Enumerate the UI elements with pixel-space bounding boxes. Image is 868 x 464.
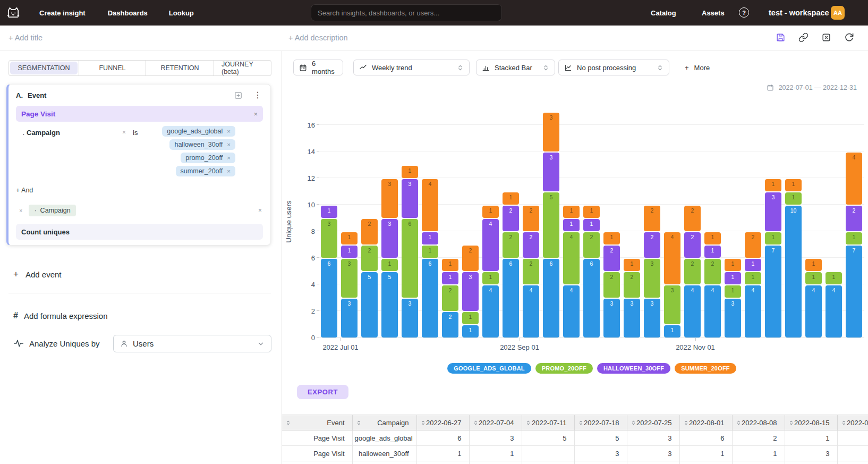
bar-segment-promo_20off[interactable]: 3 (644, 259, 660, 298)
clear-icon[interactable] (821, 32, 831, 43)
sort-icon[interactable] (420, 420, 426, 426)
bar-segment-halloween_30off[interactable]: 1 (745, 259, 761, 271)
column-header[interactable]: 2022-08-15 (785, 415, 837, 431)
filter-property[interactable]: Campaign (27, 129, 60, 137)
sort-icon[interactable] (683, 420, 689, 426)
event-menu-icon[interactable]: ⋮ (253, 91, 262, 99)
search-input[interactable] (311, 4, 502, 21)
bar-segment-summer_20off[interactable]: 1 (603, 232, 620, 244)
bar-segment-halloween_30off[interactable]: 2 (503, 206, 519, 231)
bar-segment-google_ads_global[interactable]: 1 (462, 325, 479, 338)
bar-segment-google_ads_global[interactable]: 3 (402, 299, 418, 338)
bar-segment-summer_20off[interactable]: 1 (583, 206, 600, 218)
save-icon[interactable] (776, 32, 786, 43)
bar-segment-halloween_30off[interactable]: 3 (402, 179, 418, 218)
bar-segment-google_ads_global[interactable]: 4 (805, 285, 822, 338)
date-range-button[interactable]: 6 months (293, 60, 343, 75)
bar-segment-promo_20off[interactable]: 1 (846, 232, 862, 244)
nav-create-insight[interactable]: Create insight (39, 9, 86, 17)
remove-event-icon[interactable]: × (253, 110, 258, 118)
bar-segment-halloween_30off[interactable]: 1 (442, 272, 458, 284)
column-header[interactable]: 2022-08-08 (732, 415, 785, 431)
filter-value-tag[interactable]: promo_20off× (181, 153, 235, 163)
bar-segment-promo_20off[interactable]: 1 (785, 192, 802, 205)
sort-icon[interactable] (736, 420, 742, 426)
bar-segment-promo_20off[interactable]: 2 (523, 259, 539, 284)
bar-segment-halloween_30off[interactable]: 1 (725, 272, 741, 284)
legend-item-halloween_30off[interactable]: HALLOWEEN_30OFF (597, 363, 670, 374)
bar-segment-summer_20off[interactable]: 2 (462, 246, 479, 271)
bar-segment-promo_20off[interactable]: 1 (381, 259, 398, 271)
legend-item-promo_20off[interactable]: PROMO_20OFF (535, 363, 593, 374)
bar-segment-promo_20off[interactable]: 1 (745, 272, 761, 284)
bar-segment-promo_20off[interactable]: 1 (482, 272, 499, 284)
copy-link-icon[interactable] (798, 32, 809, 43)
nav-assets[interactable]: Assets (702, 9, 725, 17)
remove-breakdown-icon[interactable]: × (19, 207, 22, 214)
bar-segment-promo_20off[interactable]: 2 (704, 259, 721, 284)
trend-select[interactable]: Weekly trend (353, 60, 470, 75)
remove-value-icon[interactable]: × (227, 141, 231, 148)
bar-segment-halloween_30off[interactable]: 2 (523, 232, 539, 258)
breakdown-property-tag[interactable]: · Campaign (29, 205, 75, 216)
bar-segment-google_ads_global[interactable]: 10 (785, 206, 802, 338)
bar-segment-google_ads_global[interactable]: 2 (442, 312, 458, 338)
bar-segment-promo_20off[interactable]: 2 (583, 232, 600, 258)
bar-segment-summer_20off[interactable]: 1 (563, 206, 580, 218)
tab-journey[interactable]: JOURNEY (beta) (214, 61, 271, 75)
bar-segment-summer_20off[interactable]: 1 (341, 232, 358, 244)
filter-value-tag[interactable]: summer_20off× (176, 166, 235, 176)
bar-segment-promo_20off[interactable]: 1 (462, 312, 479, 324)
bar-segment-google_ads_global[interactable]: 6 (422, 259, 438, 338)
add-event-button[interactable]: + Add event (13, 269, 62, 280)
bar-segment-promo_20off[interactable]: 2 (624, 272, 640, 298)
clear-breakdown-icon[interactable]: × (258, 207, 262, 214)
bar-segment-google_ads_global[interactable]: 4 (523, 285, 539, 338)
bar-segment-google_ads_global[interactable]: 6 (503, 259, 519, 338)
bar-segment-halloween_30off[interactable]: 1 (422, 232, 438, 244)
bar-segment-halloween_30off[interactable]: 1 (321, 206, 337, 218)
bar-segment-google_ads_global[interactable]: 3 (725, 299, 741, 338)
bar-segment-halloween_30off[interactable]: 3 (462, 272, 479, 311)
column-header[interactable]: 2022-07-04 (469, 415, 522, 431)
legend-item-google_ads_global[interactable]: GOOGLE_ADS_GLOBAL (447, 363, 531, 374)
column-header[interactable]: 2022-07-25 (627, 415, 679, 431)
refresh-icon[interactable] (844, 32, 854, 43)
cat-logo-icon[interactable] (6, 6, 20, 20)
bar-segment-summer_20off[interactable]: 2 (644, 206, 660, 231)
sort-icon[interactable] (285, 420, 291, 426)
column-header[interactable]: 2022-08-01 (679, 415, 732, 431)
column-header[interactable]: Event (282, 415, 352, 431)
tab-segmentation[interactable]: SEGMENTATION (9, 61, 79, 75)
bar-segment-google_ads_global[interactable]: 4 (826, 285, 842, 338)
bar-segment-google_ads_global[interactable]: 7 (765, 246, 781, 338)
bar-segment-summer_20off[interactable]: 3 (543, 113, 559, 151)
bar-segment-promo_20off[interactable]: 4 (563, 232, 580, 284)
bar-segment-google_ads_global[interactable]: 3 (624, 299, 640, 338)
column-header[interactable]: Campaign (352, 415, 416, 431)
bar-segment-google_ads_global[interactable]: 4 (482, 285, 499, 338)
bar-segment-promo_20off[interactable]: 1 (805, 272, 822, 284)
bar-segment-summer_20off[interactable]: 1 (503, 192, 519, 205)
bar-segment-summer_20off[interactable]: 2 (745, 232, 761, 258)
bar-segment-promo_20off[interactable]: 1 (765, 232, 781, 244)
remove-value-icon[interactable]: × (227, 155, 231, 161)
bar-segment-promo_20off[interactable]: 2 (442, 285, 458, 311)
bar-segment-summer_20off[interactable]: 2 (523, 206, 539, 231)
bar-segment-halloween_30off[interactable]: 3 (543, 153, 559, 191)
export-button[interactable]: EXPORT (297, 385, 348, 399)
filter-value-tag[interactable]: google_ads_global× (162, 126, 235, 137)
column-header[interactable]: 2022-07-11 (522, 415, 574, 431)
avatar[interactable]: AA (831, 6, 845, 20)
post-processing-select[interactable]: No post processing (558, 60, 669, 75)
sort-icon[interactable] (578, 420, 584, 426)
legend-item-summer_20off[interactable]: SUMMER_20OFF (675, 363, 736, 374)
help-icon[interactable]: ? (739, 7, 749, 18)
remove-value-icon[interactable]: × (227, 128, 231, 134)
nav-dashboards[interactable]: Dashboards (108, 9, 148, 17)
bar-segment-google_ads_global[interactable]: 4 (704, 285, 721, 338)
bar-segment-promo_20off[interactable]: 6 (402, 219, 418, 298)
bar-segment-halloween_30off[interactable]: 3 (381, 219, 398, 258)
bar-segment-google_ads_global[interactable]: 3 (644, 299, 660, 338)
bar-segment-summer_20off[interactable]: 1 (482, 206, 499, 218)
